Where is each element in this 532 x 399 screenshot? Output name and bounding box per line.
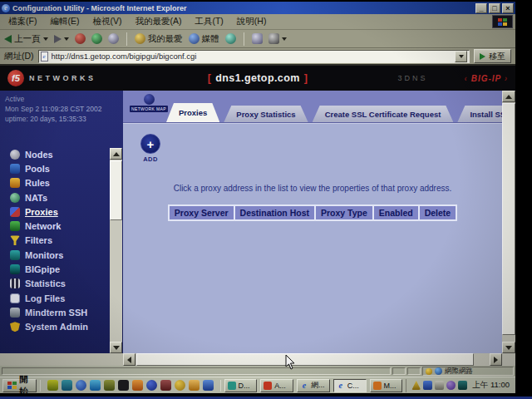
column-proxy-server: Proxy Server [170,206,234,219]
tray-icon[interactable] [423,381,432,390]
status-panel-small [392,367,406,375]
sidebar-item-bigpipe[interactable]: BIGpipe [10,262,88,276]
sidebar-item-system-admin[interactable]: System Admin [10,320,88,334]
arrow-down-icon [113,346,120,350]
scroll-right-button[interactable] [490,353,502,366]
network-map-button[interactable]: NETWORK MAP [130,94,168,112]
tray-icon[interactable] [446,381,456,390]
scrollbar-thumb[interactable] [502,103,515,335]
back-dropdown-icon[interactable] [43,37,48,41]
content-horizontal-scrollbar[interactable] [123,353,502,366]
menu-view[interactable]: 檢視(V) [92,16,121,27]
favorites-button[interactable]: 我的最愛 [135,33,183,45]
history-button[interactable] [225,33,236,44]
status-active: Active [5,94,101,104]
menu-edit[interactable]: 編輯(E) [50,16,79,27]
sidebar-item-monitors[interactable]: Monitors [10,248,88,262]
maximize-button[interactable]: □ [489,3,500,13]
address-url[interactable]: http://dns1.getop.com/bigipgui/bigconf.c… [52,52,451,61]
quick-launch-icon[interactable] [104,380,115,391]
menu-file[interactable]: 檔案(F) [8,16,37,27]
scroll-up-button[interactable] [502,91,515,102]
quick-launch-icon[interactable] [160,380,171,391]
quick-launch-icon[interactable] [132,380,143,391]
stop-button[interactable] [75,33,86,44]
tray-icon[interactable] [458,381,467,390]
hostname: dns1.getop.com [215,72,299,84]
menu-favorites[interactable]: 我的最愛(A) [135,16,181,27]
taskbar-window-button[interactable]: A... [260,379,293,392]
rules-icon [10,178,20,188]
proxy-table: Proxy Server Destination Host Proxy Type… [123,204,502,221]
sidebar-item-network[interactable]: Network [10,219,88,233]
add-proxy-button[interactable]: ADD [138,134,163,163]
tab-proxy-statistics[interactable]: Proxy Statistics [224,106,308,122]
address-bar: 網址(D) http://dns1.getop.com/bigipgui/big… [0,48,515,66]
arrow-right-icon [494,357,498,363]
home-button[interactable] [108,33,119,44]
zone-label: 網際網路 [445,367,473,377]
go-button[interactable]: 移至 [474,49,511,63]
quick-launch-icon[interactable] [90,380,101,391]
product-bigip-label: BIG-IP [465,74,508,83]
sidebar-item-proxies[interactable]: Proxies [10,204,88,219]
go-label: 移至 [489,51,505,62]
refresh-button[interactable] [91,33,102,44]
address-dropdown-button[interactable] [455,51,467,62]
taskbar-window-button[interactable]: e網... [297,379,330,392]
close-button[interactable]: × [502,3,514,13]
menu-help[interactable]: 說明(H) [237,16,267,27]
minimize-button[interactable]: _ [475,3,487,13]
sidebar-scrollbar[interactable] [110,148,122,353]
content-vertical-scrollbar[interactable] [502,91,515,353]
quick-launch-icon[interactable] [203,380,214,391]
monitors-icon [10,250,20,260]
scroll-up-button[interactable] [110,148,122,160]
taskbar-window-button-active[interactable]: eC... [333,379,367,392]
print-button[interactable] [268,33,287,44]
scroll-left-button[interactable] [123,353,135,366]
add-plus-icon[interactable] [140,134,160,154]
tab-proxies[interactable]: Proxies [166,103,219,122]
sidebar-item-rules[interactable]: Rules [10,176,88,190]
forward-arrow-icon [54,35,62,43]
media-button[interactable]: 媒體 [189,33,219,45]
tab-install-ssl-certificate[interactable]: Install SSL Certificate [457,106,502,122]
quick-launch-icon[interactable] [47,380,58,391]
sidebar-item-mindterm-ssh[interactable]: Mindterm SSH [10,305,88,319]
back-button[interactable]: 上一頁 [4,33,48,45]
quick-launch-icon[interactable] [118,380,129,391]
tray-icon[interactable] [411,381,421,390]
taskbar-window-button[interactable]: M... [370,379,403,392]
quick-launch-icon[interactable] [146,380,157,391]
sidebar-menu: Nodes Pools Rules NATs Proxies Network F… [10,147,88,334]
scrollbar-thumb[interactable] [110,160,122,220]
forward-button[interactable] [54,35,69,43]
sidebar-item-nodes[interactable]: Nodes [10,147,88,161]
sidebar-item-nats[interactable]: NATs [10,190,88,204]
sidebar-item-filters[interactable]: Filters [10,234,88,248]
mail-button[interactable] [252,33,263,44]
tab-create-ssl-certificate-request[interactable]: Create SSL Certificate Request [313,106,454,122]
sidebar-item-pools[interactable]: Pools [10,161,88,175]
address-input[interactable]: http://dns1.getop.com/bigipgui/bigconf.c… [38,50,470,63]
security-zone-panel: 網際網路 [422,367,514,376]
quick-launch-icon[interactable] [175,380,185,391]
quick-launch-icon[interactable] [189,380,200,391]
toolbar-separator [244,32,244,46]
scroll-down-button[interactable] [110,342,122,353]
taskbar-window-button[interactable]: D... [224,379,258,392]
tray-icon[interactable] [435,381,444,390]
quick-launch-icon[interactable] [76,380,86,391]
sidebar-item-statistics[interactable]: Statistics [10,277,88,291]
sidebar-item-log-files[interactable]: Log Files [10,291,88,305]
forward-dropdown-icon[interactable] [64,37,69,41]
desktop: Configuration Utility - Microsoft Intern… [0,2,515,393]
window-title: Configuration Utility - Microsoft Intern… [12,4,473,12]
print-dropdown-icon[interactable] [282,37,287,41]
menu-tools[interactable]: 工具(T) [195,16,223,27]
start-button[interactable]: 開始 [2,379,37,392]
scrollbar-thumb[interactable] [136,353,474,366]
quick-launch-icon[interactable] [62,380,72,391]
scroll-down-button[interactable] [502,342,515,353]
